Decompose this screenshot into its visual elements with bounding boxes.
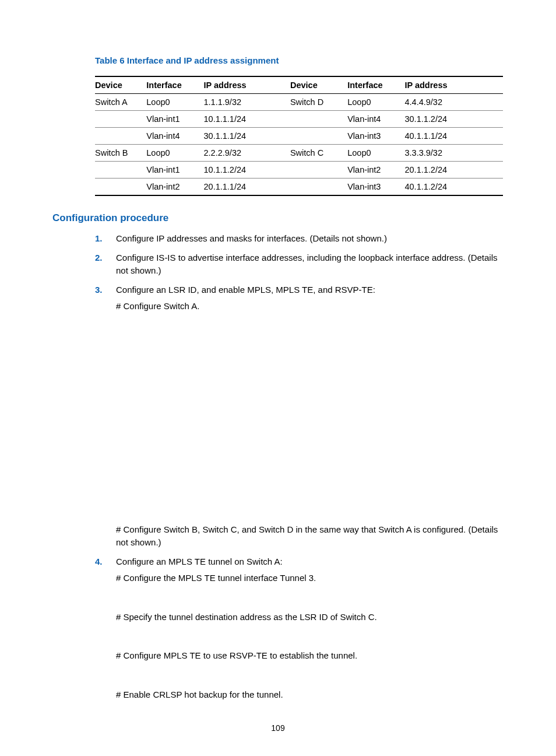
step-number: 1. xyxy=(95,232,103,246)
step-text: Configure an MPLS TE tunnel on Switch A: xyxy=(116,556,283,566)
th-interface: Interface xyxy=(146,76,203,94)
table-caption: Table 6 Interface and IP address assignm… xyxy=(95,55,504,65)
step-item: 4.Configure an MPLS TE tunnel on Switch … xyxy=(95,555,504,702)
step-number: 2. xyxy=(95,251,103,265)
section-heading: Configuration procedure xyxy=(52,212,504,224)
step-subtext: # Configure MPLS TE to use RSVP-TE to es… xyxy=(116,649,504,663)
table-cell: Vlan-int4 xyxy=(347,111,404,128)
table-cell: Vlan-int1 xyxy=(146,111,203,128)
step-item: 2.Configure IS-IS to advertise interface… xyxy=(95,251,504,278)
step-subtext: # Configure the MPLS TE tunnel interface… xyxy=(116,572,504,585)
step-subtext: # Specify the tunnel destination address… xyxy=(116,611,504,624)
th-ip: IP address xyxy=(204,76,290,94)
table-cell: 40.1.1.1/24 xyxy=(404,128,503,145)
table-cell: Vlan-int4 xyxy=(146,128,203,145)
table-cell: 10.1.1.2/24 xyxy=(204,162,290,178)
table-cell: Vlan-int3 xyxy=(347,178,404,196)
table-cell: Switch D xyxy=(290,94,347,111)
table-cell: Switch A xyxy=(95,94,146,111)
step-subtext: # Enable CRLSP hot backup for the tunnel… xyxy=(116,688,504,702)
th-ip2: IP address xyxy=(404,76,503,94)
table-cell: Vlan-int1 xyxy=(146,162,203,178)
ip-assignment-table: Device Interface IP address Device Inter… xyxy=(95,76,503,196)
table-cell: Loop0 xyxy=(146,145,203,162)
th-device: Device xyxy=(95,76,146,94)
step-text: Configure IS-IS to advertise interface a… xyxy=(116,253,498,276)
step-item: 3.Configure an LSR ID, and enable MPLS, … xyxy=(95,284,504,550)
step-item: 1.Configure IP addresses and masks for i… xyxy=(95,232,504,246)
table-cell xyxy=(290,111,347,128)
table-row: Switch BLoop02.2.2.9/32Switch CLoop03.3.… xyxy=(95,145,503,162)
table-cell: Loop0 xyxy=(146,94,203,111)
table-cell: 2.2.2.9/32 xyxy=(204,145,290,162)
table-row: Vlan-int110.1.1.1/24Vlan-int430.1.1.2/24 xyxy=(95,111,503,128)
table-cell xyxy=(95,111,146,128)
table-cell: Vlan-int3 xyxy=(347,128,404,145)
table-row: Vlan-int430.1.1.1/24Vlan-int340.1.1.1/24 xyxy=(95,128,503,145)
table-cell: 30.1.1.1/24 xyxy=(204,128,290,145)
table-cell xyxy=(95,178,146,196)
table-cell: 40.1.1.2/24 xyxy=(404,178,503,196)
table-cell: 20.1.1.2/24 xyxy=(404,162,503,178)
table-cell: Vlan-int2 xyxy=(347,162,404,178)
steps-list: 1.Configure IP addresses and masks for i… xyxy=(95,232,504,701)
table-cell: 3.3.3.9/32 xyxy=(404,145,503,162)
table-cell: 20.1.1.1/24 xyxy=(204,178,290,196)
table-cell xyxy=(290,162,347,178)
table-cell xyxy=(290,128,347,145)
table-cell xyxy=(290,178,347,196)
step-subtext: # Configure Switch B, Switch C, and Swit… xyxy=(116,523,504,550)
table-cell: Loop0 xyxy=(347,94,404,111)
th-device2: Device xyxy=(290,76,347,94)
table-cell: Switch B xyxy=(95,145,146,162)
th-interface2: Interface xyxy=(347,76,404,94)
step-number: 4. xyxy=(95,555,103,569)
table-row: Switch ALoop01.1.1.9/32Switch DLoop04.4.… xyxy=(95,94,503,111)
table-cell: 1.1.1.9/32 xyxy=(204,94,290,111)
step-subtext: # Configure Switch A. xyxy=(116,300,504,313)
step-text: Configure an LSR ID, and enable MPLS, MP… xyxy=(116,285,375,295)
step-number: 3. xyxy=(95,284,103,297)
table-cell xyxy=(95,128,146,145)
table-row: Vlan-int110.1.1.2/24Vlan-int220.1.1.2/24 xyxy=(95,162,503,178)
page-number: 109 xyxy=(0,723,556,733)
table-cell: 4.4.4.9/32 xyxy=(404,94,503,111)
table-cell: Switch C xyxy=(290,145,347,162)
table-row: Vlan-int220.1.1.1/24Vlan-int340.1.1.2/24 xyxy=(95,178,503,196)
table-cell: 30.1.1.2/24 xyxy=(404,111,503,128)
table-cell: 10.1.1.1/24 xyxy=(204,111,290,128)
table-cell: Loop0 xyxy=(347,145,404,162)
table-header-row: Device Interface IP address Device Inter… xyxy=(95,76,503,94)
table-cell xyxy=(95,162,146,178)
table-cell: Vlan-int2 xyxy=(146,178,203,196)
step-text: Configure IP addresses and masks for int… xyxy=(116,233,387,243)
